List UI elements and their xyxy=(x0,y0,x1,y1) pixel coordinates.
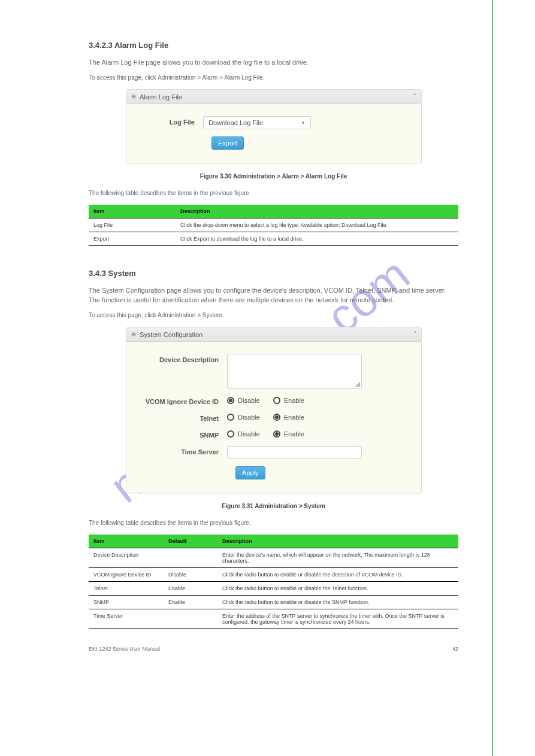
table-row: Export Click Export to download the log … xyxy=(89,232,458,246)
cell-item: Telnet xyxy=(89,582,164,596)
cell-item: SNMP xyxy=(89,596,164,609)
form-row-log-file: Log File Download Log File ▼ xyxy=(137,116,410,129)
figure-caption-1: Figure 3.30 Administration > Alarm > Ala… xyxy=(89,173,458,180)
cell-desc: Click Export to download the log file to… xyxy=(176,232,458,246)
radio-label: Enable xyxy=(284,397,304,404)
th-item: Item xyxy=(89,535,164,548)
section-desc-1: The Alarm Log File page allows you to do… xyxy=(89,58,458,67)
footer-right: 42 xyxy=(452,646,458,652)
label-log-file: Log File xyxy=(137,116,203,126)
form-row-time-server: Time Server xyxy=(137,446,410,459)
cell-default: Enable xyxy=(164,582,217,596)
radio-icon xyxy=(273,397,280,404)
label-time-server: Time Server xyxy=(137,446,227,456)
apply-button[interactable]: Apply xyxy=(235,466,265,479)
th-item: Item xyxy=(89,205,176,218)
cell-default xyxy=(164,609,217,629)
table-system-items: Item Default Description Device Descript… xyxy=(89,535,458,629)
gear-icon: ❋ xyxy=(131,93,136,100)
form-row-device-desc: Device Description xyxy=(137,354,410,388)
radio-icon xyxy=(273,414,280,421)
table-row: SNMP Enable Click the radio button to en… xyxy=(89,596,458,609)
label-vcom: VCOM Ignore Device ID xyxy=(137,396,227,405)
nav-line-2: To access this page, click Administratio… xyxy=(89,312,458,318)
radio-snmp-disable[interactable]: Disable xyxy=(227,430,260,438)
cell-desc: Click the radio button to enable or disa… xyxy=(217,568,458,582)
export-button[interactable]: Export xyxy=(211,136,244,150)
table-row: Time Server Enter the address of the SNT… xyxy=(89,609,458,629)
table-intro-2: The following table describes the items … xyxy=(89,519,458,527)
panel-alarm-log-file: ❋ Alarm Log File ˄ Log File Download Log… xyxy=(126,89,422,163)
chevron-up-icon[interactable]: ˄ xyxy=(413,93,416,99)
select-log-file[interactable]: Download Log File ▼ xyxy=(203,116,311,129)
form-row-snmp: SNMP Disable Enable xyxy=(137,429,410,439)
panel-body-alarm: Log File Download Log File ▼ Export xyxy=(126,104,421,163)
panel-system-config: ❋ System Configuration ˄ Device Descript… xyxy=(126,327,422,493)
panel-header-system: ❋ System Configuration ˄ xyxy=(126,327,421,342)
textarea-device-desc[interactable] xyxy=(227,354,362,388)
select-value: Download Log File xyxy=(208,119,263,126)
cell-default: Disable xyxy=(164,568,217,582)
page-content: 3.4.2.3 Alarm Log File The Alarm Log Fil… xyxy=(89,0,458,652)
form-row-vcom: VCOM Ignore Device ID Disable Enable xyxy=(137,396,410,405)
cell-item: VCOM Ignore Device ID xyxy=(89,568,164,582)
radio-vcom-enable[interactable]: Enable xyxy=(273,397,304,404)
cell-desc: Click the radio button to enable or disa… xyxy=(217,596,458,609)
label-device-desc: Device Description xyxy=(137,354,227,363)
radio-snmp-enable[interactable]: Enable xyxy=(273,430,304,438)
cell-default xyxy=(164,548,217,568)
panel-header-alarm: ❋ Alarm Log File ˄ xyxy=(126,90,421,104)
radio-label: Enable xyxy=(284,414,304,421)
gear-icon: ❋ xyxy=(131,331,136,338)
radio-label: Disable xyxy=(238,414,260,421)
cell-item: Time Server xyxy=(89,609,164,629)
cell-default: Enable xyxy=(164,596,217,609)
section-desc-2: The System Configuration page allows you… xyxy=(89,286,458,305)
chevron-up-icon[interactable]: ˄ xyxy=(413,330,416,337)
figure-caption-2: Figure 3.31 Administration > System xyxy=(89,503,458,509)
radio-telnet-disable[interactable]: Disable xyxy=(227,414,260,421)
table-row: VCOM Ignore Device ID Disable Click the … xyxy=(89,568,458,582)
table-alarm-items: Item Description Log File Click the drop… xyxy=(89,205,458,246)
table-intro-1: The following table describes the items … xyxy=(89,189,458,198)
nav-line-1: To access this page, click Administratio… xyxy=(89,74,458,81)
cell-desc: Enter the address of the SNTP server to … xyxy=(217,609,458,629)
radio-label: Enable xyxy=(284,430,304,438)
cell-desc: Click the radio button to enable or disa… xyxy=(217,582,458,596)
section-title-alarm-log-file: 3.4.2.3 Alarm Log File xyxy=(89,41,458,50)
form-row-telnet: Telnet Disable Enable xyxy=(137,412,410,422)
cell-item: Export xyxy=(89,232,176,246)
radio-vcom-disable[interactable]: Disable xyxy=(227,397,260,404)
radio-label: Disable xyxy=(238,397,260,404)
th-desc: Description xyxy=(176,205,458,218)
section-title-system: 3.4.3 System xyxy=(89,269,458,278)
cell-item: Device Description xyxy=(89,548,164,568)
chevron-down-icon: ▼ xyxy=(301,120,306,126)
table-row: Device Description Enter the device's na… xyxy=(89,548,458,568)
label-snmp: SNMP xyxy=(137,429,227,439)
cell-desc: Click the drop-down menu to select a log… xyxy=(176,218,458,232)
radio-icon xyxy=(273,430,280,438)
radio-label: Disable xyxy=(238,430,260,438)
th-desc: Description xyxy=(217,535,458,548)
radio-telnet-enable[interactable]: Enable xyxy=(273,414,304,421)
panel-title-system: System Configuration xyxy=(140,331,202,338)
footer-left: EKI-1242 Series User Manual xyxy=(89,646,160,652)
panel-title-alarm: Alarm Log File xyxy=(140,93,182,101)
table-row: Log File Click the drop-down menu to sel… xyxy=(89,218,458,232)
label-telnet: Telnet xyxy=(137,412,227,422)
th-default: Default xyxy=(164,535,217,548)
table-row: Telnet Enable Click the radio button to … xyxy=(89,582,458,596)
radio-icon xyxy=(227,430,234,438)
input-time-server[interactable] xyxy=(227,446,362,459)
radio-icon xyxy=(227,414,234,421)
panel-body-system: Device Description VCOM Ignore Device ID… xyxy=(126,342,421,493)
page-right-border xyxy=(492,0,493,756)
radio-icon xyxy=(227,397,234,404)
cell-item: Log File xyxy=(89,218,176,232)
cell-desc: Enter the device's name, which will appe… xyxy=(217,548,458,568)
